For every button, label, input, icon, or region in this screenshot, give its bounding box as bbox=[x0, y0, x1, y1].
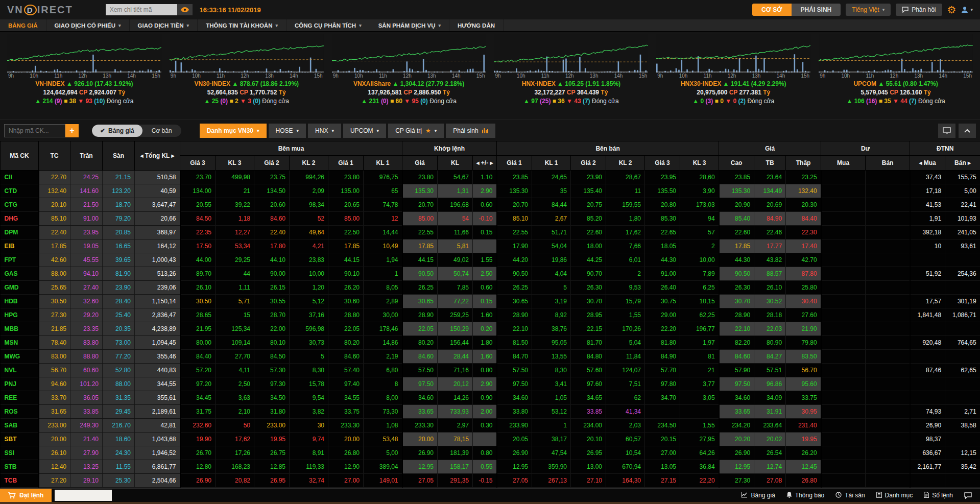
header-nn-mua[interactable]: ◂ Mua bbox=[910, 156, 945, 171]
header-tc[interactable]: TC bbox=[39, 141, 70, 171]
tab-hnx[interactable]: HNX▾ bbox=[308, 124, 341, 138]
nav-item-1[interactable]: GIAO DỊCH CỔ PHIẾU▾ bbox=[46, 19, 130, 31]
cell-tc: 22.40 bbox=[39, 226, 70, 239]
table-row[interactable]: HDB30.5032.6028.401,150,1430.505,7130.55… bbox=[1, 295, 980, 308]
view-basic-button[interactable]: Cơ bản bbox=[142, 125, 181, 137]
header-khop-delta[interactable]: ◂ +/- ▸ bbox=[473, 156, 497, 171]
market-derivative-button[interactable]: PHÁI SINH bbox=[792, 4, 841, 16]
table-row[interactable]: EIB17.8519.0516.65164,1217.5053,3417.804… bbox=[1, 239, 980, 253]
header-bb-gia1[interactable]: Giá 1 bbox=[497, 156, 532, 171]
tab-cp-gi-tr-[interactable]: CP Giá trị★▾ bbox=[388, 124, 444, 138]
table-row[interactable]: PNJ94.60101.2088.00344,5597.202,5097.301… bbox=[1, 377, 980, 391]
table-row[interactable]: MSN78.4083.8073.001,094,4580.00109,1480.… bbox=[1, 336, 980, 350]
cell-khop-delta: 0.20 bbox=[473, 322, 497, 336]
nav-item-2[interactable]: GIAO DỊCH TIỀN▾ bbox=[130, 19, 198, 31]
bottom-link-chart[interactable]: Bảng giá bbox=[741, 492, 775, 499]
table-row[interactable]: CII22.7024.2521.15510,5823.70499,9823.75… bbox=[1, 171, 980, 184]
cell-cao: 28.90 bbox=[719, 308, 754, 322]
cell-thap: 30.95 bbox=[786, 405, 821, 419]
table-row[interactable]: TCB27.2029.1025.302,504,6626.9020,8226.9… bbox=[1, 474, 980, 488]
nav-item-5[interactable]: SẢN PHẨM DỊCH VỤ▾ bbox=[370, 19, 449, 31]
user-account-menu[interactable]: ▾ bbox=[961, 6, 973, 13]
header-san[interactable]: Sàn bbox=[103, 141, 135, 171]
table-row[interactable]: HPG27.3029.2025.402,836,4728.651528.7037… bbox=[1, 308, 980, 322]
ticker-detail-search-input[interactable] bbox=[106, 4, 177, 15]
cell-bb-kl3: 36,84 bbox=[680, 460, 719, 474]
bottom-link-list[interactable]: Danh mục bbox=[876, 492, 913, 499]
table-row[interactable]: FPT42.6045.5539.651,000,4344.0029,2544.1… bbox=[1, 253, 980, 267]
bottom-link-bell[interactable]: Thông báo bbox=[786, 492, 824, 499]
header-bb-gia3[interactable]: Giá 3 bbox=[645, 156, 680, 171]
market-cash-button[interactable]: CƠ SỞ bbox=[752, 4, 791, 16]
index-panel-VNXAllShare[interactable]: 9h10h11h12h13h14h15h VNXAllShare ▲ 1,304… bbox=[328, 34, 490, 119]
quick-order-input[interactable] bbox=[55, 490, 112, 501]
header-tong-kl[interactable]: ◂ Tổng KL ▸ bbox=[135, 141, 180, 171]
header-cao[interactable]: Cao bbox=[719, 156, 754, 171]
index-panel-VN30-INDEX[interactable]: 9h10h11h12h13h14h15h VN30-INDEX ▲ 878.67… bbox=[165, 34, 328, 119]
add-ticker-button[interactable]: + bbox=[65, 124, 79, 137]
table-row[interactable]: GMD25.6527.4023.90239,0626.101,1126.151,… bbox=[1, 281, 980, 295]
table-row[interactable]: GAS88.0094.1081.90513,2689.704490.0010,0… bbox=[1, 267, 980, 281]
tab-upcom[interactable]: UPCOM▾ bbox=[343, 124, 386, 138]
header-bm-gia1[interactable]: Giá 1 bbox=[328, 156, 364, 171]
header-bm-kl3[interactable]: KL 3 bbox=[216, 156, 254, 171]
header-bm-gia3[interactable]: Giá 3 bbox=[180, 156, 216, 171]
axis-tick: 11h bbox=[541, 73, 549, 79]
table-row[interactable]: SBT20.0021.4018.601,043,6819.9017,6219.9… bbox=[1, 433, 980, 446]
header-bb-gia2[interactable]: Giá 2 bbox=[571, 156, 606, 171]
header-du-ban[interactable]: Bán bbox=[866, 156, 910, 171]
table-row[interactable]: SSI26.1027.9024.301,946,5226.7017,2626.7… bbox=[1, 446, 980, 460]
bottom-link-clock[interactable]: Tài sản bbox=[835, 492, 865, 499]
table-row[interactable]: CTD132.40141.60123.2040,59134.0021134.50… bbox=[1, 184, 980, 198]
table-row[interactable]: REE33.7036.0531.35355,6134.453,6334.509,… bbox=[1, 391, 980, 405]
table-row[interactable]: ROS31.6533.8529.452,189,6131.752,1031.80… bbox=[1, 405, 980, 419]
bottom-link-doc[interactable]: Sổ lệnh bbox=[924, 492, 953, 499]
settings-gear-icon[interactable]: ⚙ bbox=[947, 4, 957, 16]
table-row[interactable]: MWG83.0088.8077.20355,4684.4027,7084.505… bbox=[1, 350, 980, 364]
cell-khop-delta: 0.60 bbox=[473, 281, 497, 295]
table-row[interactable]: DPM22.4023.9520.85368,9722.3512,2722.404… bbox=[1, 226, 980, 239]
tab-danh-m-c-vn30[interactable]: Danh mục VN30▾ bbox=[200, 124, 267, 138]
table-row[interactable]: CTG20.1021.5018.703,647,4720.5539,2220.6… bbox=[1, 198, 980, 212]
nav-item-6[interactable]: HƯỚNG DẪN bbox=[449, 19, 504, 31]
header-bm-kl2[interactable]: KL 2 bbox=[290, 156, 328, 171]
index-panel-UPCOM[interactable]: 9h10h11h12h13h14h15h UPCOM ▲ 55.61 (0.80… bbox=[815, 34, 977, 119]
table-row[interactable]: SAB233.00249.30216.7042,81232.6050233.00… bbox=[1, 419, 980, 433]
language-select[interactable]: Tiếng Việt▾ bbox=[846, 4, 891, 16]
header-tb[interactable]: TB bbox=[754, 156, 786, 171]
index-panel-VN-INDEX[interactable]: 9h10h11h12h13h14h15h VN-INDEX ▲ 926.10 (… bbox=[3, 34, 165, 119]
collapse-charts-button[interactable] bbox=[959, 124, 976, 138]
eye-icon[interactable] bbox=[177, 4, 193, 15]
support-chat-button[interactable] bbox=[964, 492, 972, 499]
index-panel-HNX30-INDEX[interactable]: 9h10h11h12h13h14h15h HNX30-INDEX ▲ 191.4… bbox=[652, 34, 815, 119]
table-row[interactable]: STB12.4013.2511.556,861,7712.80168,2312.… bbox=[1, 460, 980, 474]
index-panel-HNX-INDEX[interactable]: 9h10h11h12h13h14h15h HNX-INDEX ▲ 105.25 … bbox=[490, 34, 652, 119]
feedback-button[interactable]: Phản hồi bbox=[896, 4, 942, 16]
table-row[interactable]: DHG85.1091.0079.2020,6684.501,1884.60528… bbox=[1, 212, 980, 226]
place-order-button[interactable]: Đặt lệnh bbox=[0, 489, 52, 502]
header-du-mua[interactable]: Mua bbox=[821, 156, 866, 171]
tab-ph-i-sinh[interactable]: Phái sinh bbox=[446, 124, 495, 138]
table-row[interactable]: NVL56.7060.6052.80440,8357.204,1157.308,… bbox=[1, 364, 980, 377]
header-bb-kl2[interactable]: KL 2 bbox=[606, 156, 645, 171]
view-board-button[interactable]: ✔Bảng giá bbox=[92, 125, 142, 137]
header-thap[interactable]: Thấp bbox=[786, 156, 821, 171]
header-bm-gia2[interactable]: Giá 2 bbox=[254, 156, 290, 171]
header-bm-kl1[interactable]: KL 1 bbox=[364, 156, 402, 171]
header-khop-kl[interactable]: KL bbox=[438, 156, 473, 171]
nav-item-3[interactable]: THÔNG TIN TÀI KHOẢN▾ bbox=[198, 19, 286, 31]
header-khop-gia[interactable]: Giá bbox=[402, 156, 438, 171]
fullscreen-monitor-button[interactable] bbox=[938, 124, 955, 138]
header-sym[interactable]: Mã CK bbox=[1, 141, 39, 171]
nav-item-4[interactable]: CÔNG CỤ PHÂN TÍCH▾ bbox=[286, 19, 370, 31]
table-row[interactable]: MBB21.8523.3520.354,238,8921.95125,3422.… bbox=[1, 322, 980, 336]
nav-item-0[interactable]: BẢNG GIÁ bbox=[0, 19, 46, 31]
header-bb-kl3[interactable]: KL 3 bbox=[680, 156, 719, 171]
header-nn-ban[interactable]: Bán ▸ bbox=[945, 156, 980, 171]
add-ticker-input[interactable] bbox=[4, 124, 65, 137]
tab-hose[interactable]: HOSE▾ bbox=[269, 124, 306, 138]
cell-bm-kl3: 29,25 bbox=[216, 253, 254, 267]
cell-du-ban bbox=[866, 212, 910, 226]
header-tran[interactable]: Trần bbox=[70, 141, 103, 171]
header-bb-kl1[interactable]: KL 1 bbox=[532, 156, 571, 171]
